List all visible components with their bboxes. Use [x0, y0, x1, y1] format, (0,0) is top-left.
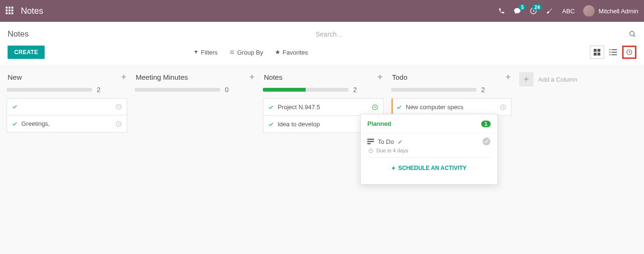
- svg-rect-13: [230, 52, 233, 53]
- search-area: [314, 28, 636, 41]
- breadcrumb: Notes: [8, 29, 28, 39]
- groupby-menu[interactable]: Group By: [229, 49, 263, 56]
- kanban-view-button[interactable]: [590, 46, 604, 59]
- svg-rect-2: [11, 7, 13, 9]
- svg-rect-12: [230, 51, 233, 51]
- avatar: [583, 5, 595, 17]
- filters-menu[interactable]: Filters: [194, 49, 217, 56]
- topbar-right: 5 24 ABC Mitchell Admin: [498, 5, 638, 17]
- svg-rect-1: [9, 7, 10, 9]
- svg-rect-0: [6, 7, 8, 9]
- svg-rect-15: [594, 49, 597, 52]
- chat-icon[interactable]: 5: [513, 7, 521, 15]
- column-quick-add[interactable]: +: [505, 72, 511, 82]
- app-title[interactable]: Notes: [21, 6, 43, 16]
- plus-icon: +: [519, 72, 533, 86]
- popover-count: 1: [481, 121, 491, 127]
- phone-icon[interactable]: [498, 8, 505, 14]
- chat-badge: 5: [519, 4, 526, 10]
- card-title: Project N.947.5: [278, 103, 368, 111]
- svg-rect-6: [6, 12, 8, 14]
- search-icon[interactable]: [629, 30, 636, 38]
- check-icon: [12, 104, 18, 110]
- create-button[interactable]: CREATE: [8, 46, 45, 59]
- column-count: 0: [225, 86, 229, 94]
- favorites-menu[interactable]: Favorites: [275, 49, 308, 56]
- column-title[interactable]: Meeting Minutes: [136, 73, 188, 81]
- svg-rect-8: [11, 12, 13, 14]
- column-progress: [391, 88, 476, 92]
- clock-icon[interactable]: [500, 104, 506, 111]
- control-panel: Notes CREATE Filters Group By Favorites: [0, 22, 644, 65]
- column-quick-add[interactable]: +: [377, 72, 383, 82]
- svg-rect-5: [11, 9, 13, 11]
- list-view-button[interactable]: [606, 46, 620, 59]
- activity-badge: 24: [532, 4, 542, 10]
- view-switcher: [590, 46, 636, 59]
- popover-status: Planned: [367, 120, 392, 127]
- svg-rect-16: [597, 49, 600, 52]
- kanban-card[interactable]: [7, 98, 127, 115]
- check-icon: [268, 104, 274, 110]
- column-quick-add[interactable]: +: [121, 72, 126, 82]
- search-input[interactable]: [314, 28, 629, 41]
- svg-line-11: [634, 35, 635, 37]
- user-menu[interactable]: Mitchell Admin: [583, 5, 638, 17]
- clock-icon[interactable]: [115, 121, 122, 127]
- svg-rect-4: [9, 9, 10, 11]
- card-title: Greetings,: [21, 120, 112, 127]
- column-count: 2: [481, 86, 485, 94]
- svg-rect-17: [594, 53, 597, 56]
- svg-point-10: [630, 31, 634, 36]
- column-progress: [7, 88, 92, 92]
- svg-rect-18: [597, 53, 600, 56]
- filters-label: Filters: [201, 49, 217, 56]
- kanban-card[interactable]: Project N.947.5: [263, 98, 383, 116]
- wrench-icon[interactable]: [546, 7, 553, 15]
- kanban-column-new: New + 2 Greetings,: [3, 69, 131, 132]
- activity-popover: Planned 1 To Do Due in 4 days + SCHEDULE…: [360, 114, 498, 137]
- check-icon: [12, 121, 18, 127]
- column-progress: [135, 88, 220, 92]
- activity-view-button[interactable]: [622, 46, 636, 59]
- svg-rect-7: [9, 12, 10, 14]
- column-count: 2: [353, 86, 357, 94]
- svg-rect-21: [609, 52, 611, 53]
- kanban-board: New + 2 Greetings, Meeting Minutes +: [0, 65, 644, 137]
- column-progress: [263, 88, 348, 92]
- svg-rect-3: [6, 9, 8, 11]
- svg-rect-14: [230, 54, 233, 54]
- check-icon: [268, 122, 274, 127]
- kanban-card[interactable]: Greetings,: [7, 115, 127, 132]
- favorites-label: Favorites: [283, 49, 308, 56]
- svg-rect-19: [609, 49, 611, 50]
- apps-icon[interactable]: [6, 7, 14, 15]
- topbar: Notes 5 24 ABC Mitchell Admin: [0, 0, 644, 22]
- column-count: 2: [97, 86, 101, 94]
- kanban-column-todo: Todo + 2 New computer specs: [387, 69, 515, 115]
- column-title[interactable]: New: [8, 73, 22, 81]
- column-quick-add[interactable]: +: [249, 72, 254, 82]
- check-icon: [396, 104, 402, 110]
- activity-icon[interactable]: 24: [530, 7, 537, 15]
- svg-rect-20: [611, 49, 617, 50]
- add-column[interactable]: + Add a Column: [515, 69, 581, 89]
- kanban-column-meeting-minutes: Meeting Minutes + 0: [131, 69, 259, 98]
- user-name: Mitchell Admin: [598, 8, 638, 15]
- clock-icon[interactable]: [372, 104, 378, 111]
- add-column-label: Add a Column: [538, 76, 577, 83]
- card-title: New computer specs: [406, 103, 496, 111]
- svg-rect-22: [611, 52, 617, 53]
- clock-icon[interactable]: [115, 103, 122, 110]
- svg-rect-23: [609, 54, 611, 55]
- column-title[interactable]: Todo: [392, 73, 408, 81]
- svg-rect-24: [611, 54, 617, 55]
- kanban-card[interactable]: New computer specs: [391, 98, 512, 116]
- company-name[interactable]: ABC: [562, 8, 575, 15]
- column-title[interactable]: Notes: [264, 73, 282, 81]
- groupby-label: Group By: [237, 49, 263, 56]
